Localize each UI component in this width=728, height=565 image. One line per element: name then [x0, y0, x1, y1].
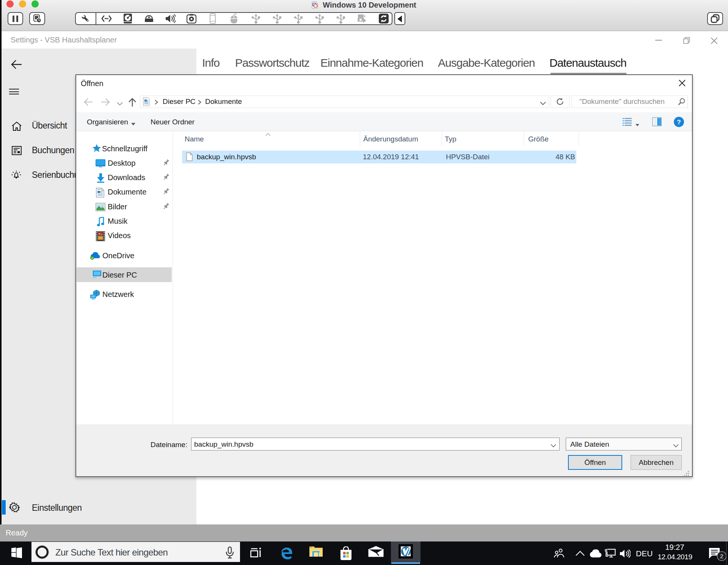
- svg-text:2: 2: [720, 553, 723, 559]
- svg-text:?: ?: [677, 119, 681, 126]
